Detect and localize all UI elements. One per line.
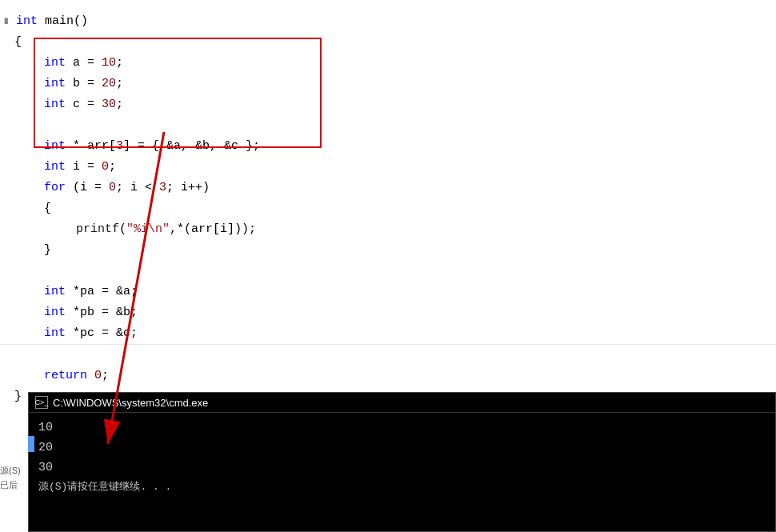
code-line-for-open: { (0, 198, 776, 219)
left-indicator-bar (28, 436, 34, 452)
arr-init: ] = { &a, &b, &c }; (123, 136, 260, 157)
cmd-output-20: 20 (38, 438, 766, 458)
open-brace: { (14, 32, 22, 53)
cmd-titlebar: C>_ C:\WINDOWS\system32\cmd.exe (29, 393, 775, 413)
code-line-pa: int *pa = &a; (0, 282, 776, 302)
for-open-brace: { (44, 198, 51, 219)
keyword-int-main: int (16, 11, 38, 32)
blank-line-2 (0, 261, 776, 282)
for-cond: (i = (66, 178, 109, 198)
code-line-c: int c = 30 ; (0, 94, 776, 115)
code-line-a: int a = 10 ; (0, 53, 776, 74)
kw-int-c: int (44, 94, 66, 115)
num-0-return: 0 (94, 366, 102, 386)
code-editor: ∎ int main() { int a = 10 ; int b = 20 ;… (0, 0, 776, 392)
cmd-window: C>_ C:\WINDOWS\system32\cmd.exe 10 20 30… (28, 392, 776, 532)
arr-decl: * arr[ (66, 136, 116, 157)
str-format: "%i\n" (126, 219, 170, 240)
kw-int-pc: int (44, 323, 66, 344)
close-brace: } (14, 386, 22, 407)
kw-int-b: int (44, 74, 66, 94)
source-label: 源(S) 已后 (0, 463, 160, 492)
kw-for: for (44, 178, 66, 198)
code-line-b: int b = 20 ; (0, 74, 776, 94)
code-line-for-close: } (0, 240, 776, 261)
printf-args: ,*(arr[i])); (170, 219, 256, 240)
lt-sign: < (145, 178, 159, 198)
var-pc: *pc = &c; (66, 323, 138, 344)
num-0-for: 0 (109, 178, 116, 198)
code-line-for: for (i = 0 ; i < 3 ; i++) (0, 178, 776, 198)
code-line-open-brace: { (0, 32, 776, 53)
for-cond2: ; i (116, 178, 145, 198)
kw-int-pb: int (44, 302, 66, 323)
var-pa: *pa = &a; (66, 282, 138, 302)
var-a: a = (66, 53, 102, 74)
blank-line-1 (0, 115, 776, 136)
num-3: 3 (116, 136, 123, 157)
num-10: 10 (102, 53, 116, 74)
for-inc: ; i++) (166, 178, 210, 198)
cmd-icon: C>_ (35, 396, 48, 409)
kw-int-arr: int (44, 136, 66, 157)
semi-a: ; (116, 53, 123, 74)
for-close-brace: } (44, 240, 51, 261)
fn-main: main() (38, 11, 88, 32)
code-line-pc: int *pc = &c; (0, 323, 776, 345)
fn-printf: printf (76, 219, 119, 240)
code-line-return: return 0 ; (0, 366, 776, 386)
blank-line-3 (0, 345, 776, 366)
return-val (87, 366, 94, 386)
semi-i: ; (109, 157, 116, 178)
collapse-icon[interactable]: ∎ (3, 11, 14, 32)
cmd-title: C:\WINDOWS\system32\cmd.exe (53, 397, 208, 409)
code-line-i: int i = 0 ; (0, 157, 776, 178)
kw-int-i: int (44, 157, 66, 178)
kw-int-pa: int (44, 282, 66, 302)
var-c: c = (66, 94, 102, 115)
code-line-main: ∎ int main() (0, 11, 776, 32)
num-0-i: 0 (102, 157, 109, 178)
var-b: b = (66, 74, 102, 94)
kw-return: return (44, 366, 87, 386)
printf-open: ( (119, 219, 126, 240)
semi-c: ; (116, 94, 123, 115)
code-line-printf: printf ( "%i\n" ,*(arr[i])); (0, 219, 776, 240)
semi-return: ; (102, 366, 109, 386)
kw-int-a: int (44, 53, 66, 74)
code-line-pb: int *pb = &b; (0, 302, 776, 323)
cmd-output-10: 10 (38, 418, 766, 438)
code-line-arr: int * arr[ 3 ] = { &a, &b, &c }; (0, 136, 776, 157)
num-30: 30 (102, 94, 116, 115)
source-line1: 源(S) (0, 463, 160, 478)
num-3-for: 3 (159, 178, 166, 198)
num-20: 20 (102, 74, 116, 94)
var-i: i = (66, 157, 102, 178)
var-pb: *pb = &b; (66, 302, 138, 323)
source-line2: 已后 (0, 478, 160, 492)
semi-b: ; (116, 74, 123, 94)
